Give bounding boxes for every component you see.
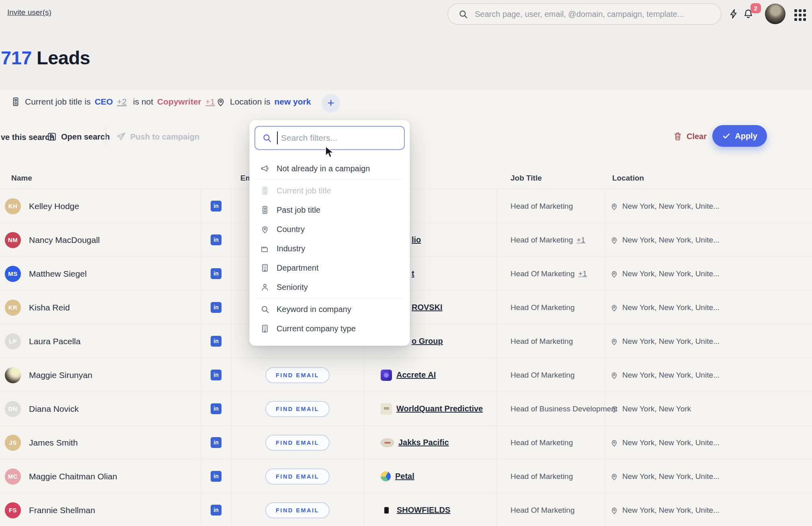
company-cell: SHOWFIELDS xyxy=(364,493,496,526)
filter-option[interactable]: Current company type xyxy=(254,319,405,338)
location-text: New York, New York, Unite... xyxy=(622,202,720,211)
lead-avatar: DN xyxy=(5,401,21,417)
search-icon xyxy=(262,133,272,143)
linkedin-icon[interactable]: in xyxy=(211,336,221,347)
showfields-logo xyxy=(384,507,389,514)
filter-dropdown: Not already in a campaign Current job ti… xyxy=(249,120,410,346)
clear-filters-button[interactable]: Clear xyxy=(673,132,707,141)
table-row: JS James Smith in FIND EMAIL Jakks Pacif… xyxy=(0,426,812,460)
folder-search-icon xyxy=(47,132,57,142)
filter-option[interactable]: Not already in a campaign xyxy=(254,159,405,178)
apply-button[interactable]: Apply xyxy=(712,125,767,147)
lead-avatar: KR xyxy=(5,300,21,316)
location-text: New York, New York, Unite... xyxy=(622,269,720,278)
company-link[interactable]: WorldQuant Predictive xyxy=(396,404,483,413)
table-row: Maggie Sirunyan in FIND EMAIL Accrete AI… xyxy=(0,358,812,392)
add-filter-button[interactable]: + xyxy=(322,94,340,113)
find-email-button[interactable]: FIND EMAIL xyxy=(265,502,330,518)
filter-value-location[interactable]: new york xyxy=(274,97,311,107)
notification-badge: 2 xyxy=(750,3,761,13)
company-cell: WorldQuant Predictive xyxy=(364,392,496,425)
map-pin-icon xyxy=(610,472,619,481)
job-title: Head Of Marketing xyxy=(511,371,574,380)
table-row: MC Maggie Chaitman Olian in FIND EMAIL P… xyxy=(0,460,812,493)
filter-option-label: Seniority xyxy=(277,283,308,292)
megaphone-icon xyxy=(260,164,270,173)
find-email-button[interactable]: FIND EMAIL xyxy=(265,401,330,417)
jakks-logo xyxy=(381,438,394,447)
filter-option-label: Not already in a campaign xyxy=(277,164,370,173)
linkedin-icon[interactable]: in xyxy=(211,471,221,482)
filter-option: Current job title xyxy=(254,181,405,200)
global-search-input[interactable] xyxy=(474,9,713,19)
lead-name: Laura Pacella xyxy=(29,337,80,346)
lead-name: Maggie Sirunyan xyxy=(29,370,92,380)
company-link[interactable]: Jakks Pacific xyxy=(398,438,449,447)
building-icon xyxy=(260,263,270,273)
location-text: New York, New York, Unite... xyxy=(622,236,720,245)
invite-users-link[interactable]: Invite user(s) xyxy=(7,8,51,17)
company-link[interactable]: t xyxy=(412,269,414,278)
filter-more-link[interactable]: +1 xyxy=(205,97,215,107)
global-search[interactable] xyxy=(447,3,722,25)
push-to-campaign-button[interactable]: Push to campaign xyxy=(116,132,199,142)
filter-option[interactable]: Country xyxy=(254,220,405,239)
filter-option-label: Past job title xyxy=(277,205,320,215)
user-avatar[interactable] xyxy=(765,4,785,24)
job-title-more-link[interactable]: +1 xyxy=(576,236,585,245)
lead-avatar: FS xyxy=(5,502,21,518)
filter-option[interactable]: Keyword in company xyxy=(254,300,405,319)
company-link[interactable]: o Group xyxy=(412,337,443,346)
filter-option[interactable]: Seniority xyxy=(254,277,405,297)
lightning-icon[interactable] xyxy=(728,8,739,19)
filter-value-ceo[interactable]: CEO xyxy=(94,97,113,107)
linkedin-icon[interactable]: in xyxy=(211,268,221,279)
id-badge-icon xyxy=(10,97,21,107)
job-title: Head Of Marketing xyxy=(511,269,574,278)
filter-option-label: Keyword in company xyxy=(277,305,351,314)
job-title: Head of Marketing xyxy=(511,236,573,245)
linkedin-icon[interactable]: in xyxy=(211,403,221,414)
filter-option[interactable]: Industry xyxy=(254,239,405,258)
linkedin-icon[interactable]: in xyxy=(211,201,221,212)
filter-option[interactable]: Department xyxy=(254,258,405,277)
linkedin-icon[interactable]: in xyxy=(211,302,221,313)
filter-more-link[interactable]: +2 xyxy=(117,97,127,107)
filter-search-field[interactable] xyxy=(254,126,405,150)
factory-icon xyxy=(260,244,270,253)
open-search-button[interactable]: Open search xyxy=(47,132,110,142)
linkedin-icon[interactable]: in xyxy=(211,234,221,245)
filter-value-copywriter[interactable]: Copywriter xyxy=(157,97,201,107)
filter-chip-job-title[interactable]: Current job title is CEO +2 is not Copyw… xyxy=(10,97,215,107)
divider xyxy=(257,298,402,298)
accrete-logo xyxy=(381,370,392,381)
company-link[interactable]: Petal xyxy=(395,472,414,481)
paper-plane-icon xyxy=(116,132,126,142)
company-link[interactable]: lio xyxy=(412,235,421,245)
linkedin-icon[interactable]: in xyxy=(211,505,221,516)
map-pin-icon xyxy=(610,236,619,245)
linkedin-icon[interactable]: in xyxy=(211,370,221,380)
column-header-name: Name xyxy=(11,174,32,183)
linkedin-icon[interactable]: in xyxy=(211,437,221,448)
lead-count: 717 xyxy=(1,47,32,68)
company-cell: Accrete AI xyxy=(364,358,496,392)
find-email-button[interactable]: FIND EMAIL xyxy=(265,367,330,383)
job-title-more-link[interactable]: +1 xyxy=(578,269,587,278)
filter-search-input[interactable] xyxy=(280,133,398,143)
filter-option[interactable]: Past job title xyxy=(254,200,405,220)
table-row: FS Frannie Shellman in FIND EMAIL SHOWFI… xyxy=(0,493,812,526)
location-text: New York, New York, Unite... xyxy=(622,438,720,447)
company-link[interactable]: Accrete AI xyxy=(396,370,436,380)
company-link[interactable]: SHOWFIELDS xyxy=(397,505,450,515)
map-pin-icon xyxy=(215,97,226,107)
find-email-button[interactable]: FIND EMAIL xyxy=(265,468,330,485)
map-pin-icon xyxy=(610,202,619,211)
map-pin-icon xyxy=(260,224,270,234)
person-icon xyxy=(260,282,270,292)
job-title: Head of Marketing xyxy=(511,472,573,481)
filter-chip-location[interactable]: Location is new york xyxy=(215,97,311,107)
apps-grid-icon[interactable] xyxy=(794,9,806,21)
find-email-button[interactable]: FIND EMAIL xyxy=(265,435,330,451)
company-link[interactable]: ROVSKI xyxy=(412,303,443,312)
